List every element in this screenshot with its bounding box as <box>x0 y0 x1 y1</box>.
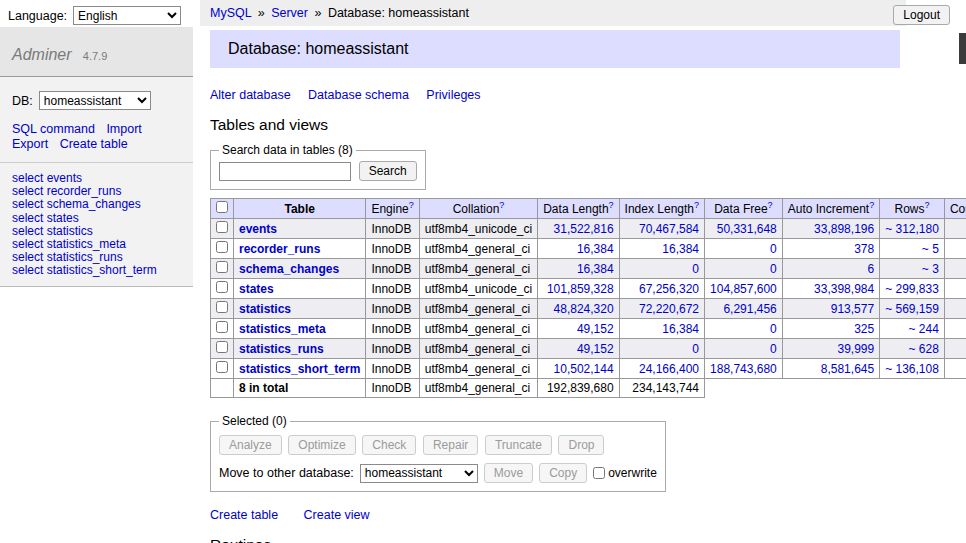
main-content: Database: homeassistant Alter database D… <box>210 30 910 543</box>
create-view-link[interactable]: Create view <box>304 508 370 522</box>
index-length-link[interactable]: 0 <box>692 262 699 276</box>
index-length-link[interactable]: 16,384 <box>662 322 699 336</box>
rows-count-link[interactable]: ~ 312,180 <box>885 222 939 236</box>
search-input[interactable] <box>219 162 351 181</box>
move-button[interactable]: Move <box>484 463 533 483</box>
auto-increment-link[interactable]: 8,581,645 <box>821 362 874 376</box>
search-button[interactable]: Search <box>359 161 417 181</box>
row-checkbox[interactable] <box>216 241 228 253</box>
table-name-link[interactable]: statistics <box>239 302 291 316</box>
index-length-link[interactable]: 16,384 <box>662 242 699 256</box>
index-length-link[interactable]: 0 <box>692 342 699 356</box>
data-free-link[interactable]: 50,331,648 <box>717 222 777 236</box>
data-length-help-link[interactable]: ? <box>609 200 614 210</box>
privileges-link[interactable]: Privileges <box>426 88 480 102</box>
rows-count-link[interactable]: ~ 244 <box>909 322 939 336</box>
language-label: Language: <box>8 9 67 23</box>
create-table-link-sidebar[interactable]: Create table <box>60 137 128 151</box>
index-length-link[interactable]: 72,220,672 <box>639 302 699 316</box>
row-checkbox[interactable] <box>216 261 228 273</box>
table-name-link[interactable]: states <box>239 282 274 296</box>
table-name-link[interactable]: events <box>239 222 277 236</box>
row-checkbox[interactable] <box>216 361 228 373</box>
auto-increment-link[interactable]: 6 <box>867 262 874 276</box>
optimize-button[interactable]: Optimize <box>288 435 355 455</box>
auto-increment-help-link[interactable]: ? <box>869 200 874 210</box>
row-checkbox[interactable] <box>216 301 228 313</box>
auto-increment-link[interactable]: 913,577 <box>831 302 874 316</box>
auto-increment-link[interactable]: 378 <box>854 242 874 256</box>
truncate-button[interactable]: Truncate <box>485 435 552 455</box>
logout-button[interactable]: Logout <box>893 5 950 25</box>
data-length-link[interactable]: 31,522,816 <box>554 222 614 236</box>
analyze-button[interactable]: Analyze <box>219 435 282 455</box>
rows-count-link[interactable]: ~ 5 <box>922 242 939 256</box>
data-length-link[interactable]: 101,859,328 <box>547 282 614 296</box>
create-links: Create table Create view <box>210 508 910 522</box>
index-length-help-link[interactable]: ? <box>694 200 699 210</box>
collation-help-link[interactable]: ? <box>499 200 504 210</box>
data-length-link[interactable]: 16,384 <box>577 262 614 276</box>
breadcrumb-mysql-link[interactable]: MySQL <box>210 6 251 20</box>
table-header-row: Table Engine? Collation? Data Length? In… <box>211 199 966 219</box>
table-name-link[interactable]: statistics_runs <box>239 342 324 356</box>
create-table-link[interactable]: Create table <box>210 508 278 522</box>
table-name-link[interactable]: statistics_meta <box>239 322 326 336</box>
auto-increment-link[interactable]: 325 <box>854 322 874 336</box>
auto-increment-link[interactable]: 39,999 <box>837 342 874 356</box>
row-checkbox[interactable] <box>216 321 228 333</box>
rows-count-link[interactable]: ~ 569,159 <box>885 302 939 316</box>
data-length-link[interactable]: 10,502,144 <box>554 362 614 376</box>
index-length-link[interactable]: 70,467,584 <box>639 222 699 236</box>
rows-count-link[interactable]: ~ 3 <box>922 262 939 276</box>
data-free-link[interactable]: 0 <box>770 342 777 356</box>
repair-button[interactable]: Repair <box>423 435 478 455</box>
auto-increment-link[interactable]: 33,898,196 <box>814 222 874 236</box>
engine-cell: InnoDB <box>366 339 419 359</box>
overwrite-checkbox[interactable] <box>593 467 605 479</box>
breadcrumb-server-link[interactable]: Server <box>271 6 308 20</box>
data-length-link[interactable]: 49,152 <box>577 342 614 356</box>
rows-count-link[interactable]: ~ 136,108 <box>885 362 939 376</box>
index-length-link[interactable]: 24,166,400 <box>639 362 699 376</box>
auto-increment-link[interactable]: 33,398,984 <box>814 282 874 296</box>
row-checkbox[interactable] <box>216 281 228 293</box>
adminer-logo-link[interactable]: Adminer <box>12 46 72 63</box>
row-checkbox[interactable] <box>216 221 228 233</box>
sql-command-link[interactable]: SQL command <box>12 122 95 136</box>
sidebar-item-select-states[interactable]: select states <box>12 212 181 225</box>
data-free-help-link[interactable]: ? <box>768 200 773 210</box>
data-free-link[interactable]: 0 <box>770 322 777 336</box>
select-all-checkbox[interactable] <box>216 201 228 213</box>
sidebar-item-select-statistics-short-term[interactable]: select statistics_short_term <box>12 264 181 277</box>
rows-count-link[interactable]: ~ 628 <box>909 342 939 356</box>
rows-count-link[interactable]: ~ 299,833 <box>885 282 939 296</box>
table-name-link[interactable]: recorder_runs <box>239 242 320 256</box>
table-name-link[interactable]: statistics_short_term <box>239 362 360 376</box>
data-length-link[interactable]: 49,152 <box>577 322 614 336</box>
data-length-link[interactable]: 48,824,320 <box>554 302 614 316</box>
language-select[interactable]: English <box>73 6 181 25</box>
rows-help-link[interactable]: ? <box>925 200 930 210</box>
engine-help-link[interactable]: ? <box>409 200 414 210</box>
row-checkbox[interactable] <box>216 341 228 353</box>
data-free-link[interactable]: 0 <box>770 262 777 276</box>
data-free-link[interactable]: 188,743,680 <box>710 362 777 376</box>
database-schema-link[interactable]: Database schema <box>308 88 409 102</box>
db-select[interactable]: homeassistant <box>39 91 151 110</box>
data-free-link[interactable]: 0 <box>770 242 777 256</box>
drop-button[interactable]: Drop <box>558 435 604 455</box>
data-free-link[interactable]: 104,857,600 <box>710 282 777 296</box>
data-free-link[interactable]: 6,291,456 <box>723 302 776 316</box>
move-database-select[interactable]: homeassistant <box>360 464 478 483</box>
import-link[interactable]: Import <box>106 122 141 136</box>
check-button[interactable]: Check <box>362 435 416 455</box>
export-link[interactable]: Export <box>12 137 48 151</box>
alter-database-link[interactable]: Alter database <box>210 88 291 102</box>
scrollbar-thumb[interactable] <box>959 33 966 64</box>
sidebar-item-select-schema-changes[interactable]: select schema_changes <box>12 198 181 211</box>
index-length-link[interactable]: 67,256,320 <box>639 282 699 296</box>
table-name-link[interactable]: schema_changes <box>239 262 339 276</box>
copy-button[interactable]: Copy <box>539 463 587 483</box>
data-length-link[interactable]: 16,384 <box>577 242 614 256</box>
